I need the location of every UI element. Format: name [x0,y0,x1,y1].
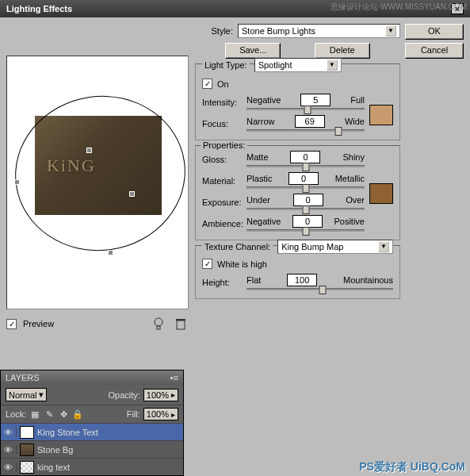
layer-row[interactable]: 👁King Stone Text [1,423,183,440]
height-value[interactable]: 100 [287,274,317,286]
properties-group: Properties: Gloss:Matte0Shiny Material:P… [195,145,400,240]
slider-thumb[interactable] [319,286,327,294]
light-center-handle[interactable] [86,148,92,153]
lock-all-icon[interactable]: 🔒 [72,409,83,420]
preview-checkbox[interactable] [6,319,17,329]
ambience-slider[interactable] [246,229,365,232]
layer-row[interactable]: 👁Stone Bg [1,440,183,458]
visibility-icon[interactable]: 👁 [1,463,17,472]
fill-input[interactable]: 100% ▸ [143,408,178,420]
svg-rect-3 [176,319,185,321]
fill-label: Fill: [127,409,140,419]
slider-right-label: Shiny [342,152,365,162]
layer-thumbnail [20,443,34,456]
slider-left-label: Negative [246,95,281,105]
slider-left-label: Narrow [246,117,274,126]
layer-thumbnail [20,461,34,474]
intensity-slider[interactable] [246,108,365,110]
cancel-button[interactable]: Cancel [405,43,464,59]
texture-group: Texture Channel: King Bump Map ▼ White i… [195,245,400,299]
dialog-title: Lighting Effects [6,4,72,13]
texture-channel-select[interactable]: King Bump Map ▼ [277,240,393,254]
slider-left-label: Flat [246,275,261,285]
layers-header[interactable]: LAYERS ▪≡ [1,370,183,385]
lock-label: Lock: [6,409,26,419]
slider-left-label: Matte [246,152,269,162]
trash-icon[interactable] [173,316,189,332]
watermark-top: 思缘设计论坛·WWW.MISSYUAN.COM [331,2,467,13]
ambience-value[interactable]: 0 [292,215,323,228]
focus-label: Focus: [202,119,243,129]
layer-name: king text [37,463,70,472]
preview-label: Preview [23,319,54,328]
lock-paint-icon[interactable]: ✎ [44,409,55,420]
texture-channel-value: King Bump Map [281,242,343,251]
on-checkbox[interactable] [202,79,212,89]
intensity-value[interactable]: 5 [300,94,331,106]
style-label: Style: [195,26,233,36]
light-handle[interactable] [129,191,135,197]
light-handle[interactable] [108,250,113,255]
lightbulb-icon[interactable] [151,316,166,332]
height-slider[interactable] [246,288,393,290]
gloss-value[interactable]: 0 [290,151,320,163]
chevron-down-icon: ▾ [39,390,44,400]
ambient-color-swatch[interactable] [369,183,393,204]
save-button[interactable]: Save... [225,43,281,59]
opacity-input[interactable]: 100% ▸ [143,389,178,401]
svg-rect-2 [177,321,185,329]
exposure-value[interactable]: 0 [293,194,323,206]
preview-sample-text: KiNG [47,155,96,176]
svg-point-0 [155,318,162,326]
exposure-label: Exposure: [202,198,243,207]
chevron-down-icon: ▼ [378,241,389,252]
opacity-label: Opacity: [109,390,140,400]
slider-left-label: Negative [246,217,281,226]
light-type-group: Light Type: Spotlight ▼ On Intensity: [195,63,400,140]
slider-thumb[interactable] [304,106,311,114]
on-label: On [217,79,229,89]
focus-value[interactable]: 69 [295,115,325,128]
slider-left-label: Under [246,195,270,205]
gloss-label: Gloss: [202,155,243,164]
style-select[interactable]: Stone Bump Lights ▼ [238,24,400,38]
layers-title: LAYERS [6,373,40,382]
exposure-slider[interactable] [246,208,365,210]
material-slider[interactable] [246,186,365,189]
slider-thumb[interactable] [302,227,309,236]
slider-thumb[interactable] [302,184,309,193]
visibility-icon[interactable]: 👁 [1,445,17,455]
light-color-swatch[interactable] [369,105,393,125]
delete-button[interactable]: Delete [315,43,370,59]
texture-channel-label: Texture Channel: [202,242,273,251]
material-value[interactable]: 0 [288,172,319,185]
watermark-bottom: PS爱好者 UiBQ.CoM [359,460,465,474]
preview-canvas[interactable]: KiNG [6,56,189,309]
slider-thumb[interactable] [335,127,342,136]
panel-menu-icon[interactable]: ▪≡ [170,373,178,382]
svg-rect-1 [157,326,160,329]
chevron-down-icon: ▼ [385,25,396,36]
light-type-select[interactable]: Spotlight ▼ [254,58,342,72]
slider-thumb[interactable] [302,205,309,214]
layer-thumbnail [20,426,34,439]
lock-transparent-icon[interactable]: ▦ [29,409,40,420]
properties-legend: Properties: [201,140,247,150]
blend-mode-select[interactable]: Normal ▾ [6,388,47,401]
light-handle[interactable] [14,179,20,185]
ok-button[interactable]: OK [405,24,464,40]
gloss-slider[interactable] [246,165,365,167]
slider-right-label: Mountainous [343,275,393,285]
focus-slider[interactable] [246,129,365,132]
layer-name: King Stone Text [37,428,98,437]
layer-row[interactable]: 👁king text [1,458,183,475]
ambience-label: Ambience: [202,219,243,228]
chevron-down-icon: ▼ [327,60,338,71]
slider-thumb[interactable] [302,163,309,171]
slider-right-label: Wide [345,117,365,126]
white-high-label: White is high [217,259,267,269]
style-value: Stone Bump Lights [242,26,315,36]
lock-move-icon[interactable]: ✥ [58,409,69,420]
visibility-icon[interactable]: 👁 [1,428,17,437]
white-high-checkbox[interactable] [202,259,212,269]
